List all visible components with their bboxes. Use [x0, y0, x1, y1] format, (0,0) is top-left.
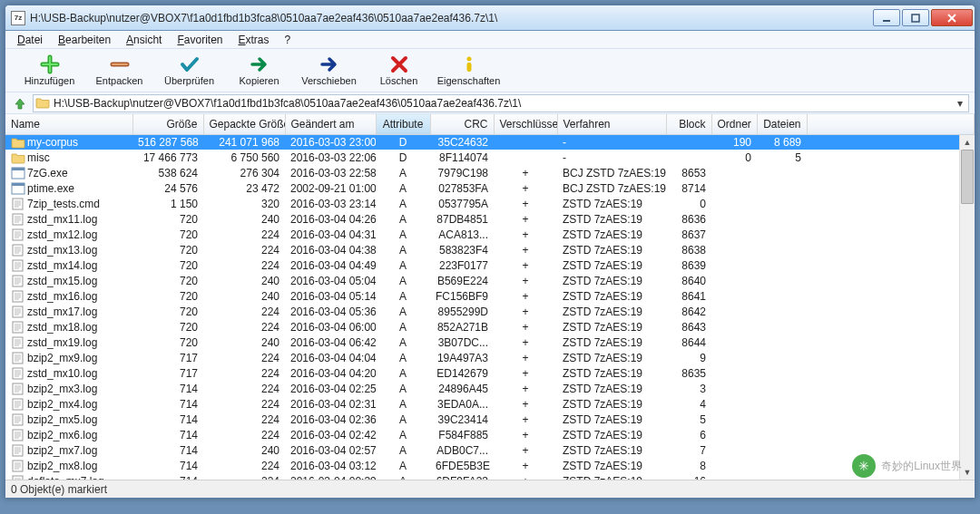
scroll-thumb[interactable]: [961, 150, 974, 204]
table-row[interactable]: zstd_mx14.log7202242016-03-04 04:49A223F…: [5, 257, 975, 273]
table-row[interactable]: zstd_mx18.log7202242016-03-04 06:00A852A…: [5, 319, 975, 335]
table-row[interactable]: bzip2_mx9.log7172242016-03-04 04:04A19A4…: [5, 350, 975, 365]
table-row[interactable]: zstd_mx12.log7202242016-03-04 04:31AACA8…: [5, 227, 975, 242]
table-row[interactable]: zstd_mx13.log7202242016-03-04 04:38A5838…: [5, 242, 975, 257]
delete-button[interactable]: Löschen: [364, 53, 434, 88]
svg-rect-25: [13, 461, 23, 471]
col-method[interactable]: Verfahren: [557, 114, 666, 134]
menu-file[interactable]: Datei: [11, 33, 49, 47]
path-input[interactable]: H:\USB-Backup\nutzer@VBOX7\f1a0d1fbd1b3f…: [33, 94, 969, 112]
svg-rect-9: [13, 214, 23, 225]
add-label: Hinzufügen: [24, 75, 75, 86]
svg-rect-1: [912, 15, 919, 22]
extract-button[interactable]: Entpacken: [84, 53, 154, 88]
col-attributes[interactable]: Attribute: [376, 114, 430, 134]
scroll-down-icon[interactable]: ▼: [960, 465, 975, 480]
table-row[interactable]: bzip2_mx7.log7142402016-03-04 02:57AADB0…: [5, 442, 975, 458]
svg-rect-19: [13, 368, 23, 379]
table-row[interactable]: misc17 466 7736 750 5602016-03-03 22:06D…: [5, 150, 975, 165]
col-modified[interactable]: Geändert am: [285, 114, 376, 134]
svg-rect-16: [13, 322, 23, 333]
status-text: 0 Objekt(e) markiert: [11, 483, 107, 496]
file-icon: [11, 367, 25, 380]
file-icon: [11, 352, 25, 364]
file-icon: [11, 259, 25, 272]
path-dropdown-icon[interactable]: ▾: [954, 97, 966, 110]
table-row[interactable]: deflate_mx7.log7142242016-03-04 00:39A6D…: [5, 473, 975, 480]
add-button[interactable]: Hinzufügen: [15, 53, 84, 88]
table-row[interactable]: zstd_mx11.log7202402016-03-04 04:26A87DB…: [5, 211, 975, 227]
table-row[interactable]: zstd_mx10.log7172242016-03-04 04:20AED14…: [5, 365, 975, 381]
app-icon: [11, 182, 25, 195]
menu-help[interactable]: ?: [279, 33, 298, 47]
file-icon: [11, 244, 25, 257]
menu-favorites[interactable]: Favoriten: [171, 33, 229, 47]
svg-rect-5: [12, 168, 24, 170]
delete-label: Löschen: [380, 75, 418, 86]
arrow-right-icon: [250, 54, 270, 74]
col-block[interactable]: Block: [666, 114, 711, 134]
maximize-button[interactable]: [902, 9, 929, 26]
table-row[interactable]: bzip2_mx3.log7142242016-03-04 02:25A2489…: [5, 381, 975, 396]
svg-rect-0: [883, 20, 890, 22]
move-label: Verschieben: [301, 75, 357, 86]
column-headers: Name Größe Gepackte Größe Geändert am At…: [5, 114, 975, 134]
svg-rect-11: [13, 245, 23, 256]
col-packed[interactable]: Gepackte Größe: [203, 114, 285, 134]
table-row[interactable]: ptime.exe24 57623 4722002-09-21 01:00A02…: [5, 180, 975, 196]
properties-button[interactable]: Eigenschaften: [434, 53, 504, 88]
menu-view[interactable]: Ansicht: [120, 33, 168, 47]
col-size[interactable]: Größe: [132, 114, 203, 134]
test-button[interactable]: Überprüfen: [154, 53, 224, 88]
table-row[interactable]: my-corpus516 287 568241 071 9682016-03-0…: [5, 134, 975, 150]
folder-icon: [11, 151, 25, 164]
file-icon: [11, 198, 25, 210]
table-row[interactable]: bzip2_mx6.log7142242016-03-04 02:42AF584…: [5, 427, 975, 442]
table-row[interactable]: 7zG.exe538 624276 3042016-03-03 22:58A79…: [5, 165, 975, 180]
move-button[interactable]: Verschieben: [294, 53, 364, 88]
col-encrypted[interactable]: Verschlüsselt: [494, 114, 557, 134]
svg-rect-22: [13, 414, 23, 425]
info-icon: [459, 54, 479, 74]
copy-label: Kopieren: [239, 75, 279, 86]
file-icon: [11, 213, 25, 226]
table-row[interactable]: bzip2_mx5.log7142242016-03-04 02:36A39C2…: [5, 412, 975, 427]
col-folders[interactable]: Ordner: [711, 114, 757, 134]
col-crc[interactable]: CRC: [430, 114, 494, 134]
close-button[interactable]: [931, 9, 973, 26]
up-button[interactable]: [11, 94, 29, 112]
vertical-scrollbar[interactable]: ▲ ▼: [959, 135, 975, 480]
file-icon: [11, 413, 25, 426]
check-icon: [180, 54, 200, 74]
titlebar[interactable]: 7z H:\USB-Backup\nutzer@VBOX7\f1a0d1fbd1…: [5, 5, 975, 31]
table-row[interactable]: zstd_mx17.log7202242016-03-04 05:36A8955…: [5, 304, 975, 319]
file-icon: [11, 305, 25, 318]
table-row[interactable]: bzip2_mx4.log7142242016-03-04 02:31A3EDA…: [5, 396, 975, 412]
svg-rect-23: [13, 430, 23, 441]
table-row[interactable]: zstd_mx19.log7202402016-03-04 06:42A3B07…: [5, 335, 975, 350]
properties-label: Eigenschaften: [437, 75, 501, 86]
menu-edit[interactable]: Bearbeiten: [52, 33, 117, 47]
copy-button[interactable]: Kopieren: [224, 53, 294, 88]
table-row[interactable]: zstd_mx16.log7202402016-03-04 05:14AFC15…: [5, 288, 975, 304]
file-icon: [11, 336, 25, 349]
file-icon: [11, 429, 25, 441]
table-row[interactable]: zstd_mx15.log7202402016-03-04 05:04AB569…: [5, 273, 975, 288]
app-window: 7z H:\USB-Backup\nutzer@VBOX7\f1a0d1fbd1…: [5, 5, 975, 499]
svg-rect-8: [13, 199, 23, 209]
window-title: H:\USB-Backup\nutzer@VBOX7\f1a0d1fbd1b3f…: [30, 12, 873, 24]
table-row[interactable]: bzip2_mx8.log7142242016-03-04 03:12A6FDE…: [5, 458, 975, 473]
menu-extras[interactable]: Extras: [232, 33, 276, 47]
col-files[interactable]: Dateien: [757, 114, 807, 134]
scroll-up-icon[interactable]: ▲: [960, 135, 975, 150]
svg-rect-24: [13, 445, 23, 456]
window-controls: [873, 9, 973, 26]
col-name[interactable]: Name: [5, 114, 132, 134]
minimize-button[interactable]: [873, 9, 900, 26]
file-icon: [11, 475, 25, 480]
table-row[interactable]: 7zip_tests.cmd1 1503202016-03-03 23:14A0…: [5, 196, 975, 211]
arrow-right-dark-icon: [319, 54, 339, 74]
up-arrow-icon: [13, 96, 27, 111]
svg-rect-15: [13, 306, 23, 317]
col-filler: [807, 114, 975, 134]
